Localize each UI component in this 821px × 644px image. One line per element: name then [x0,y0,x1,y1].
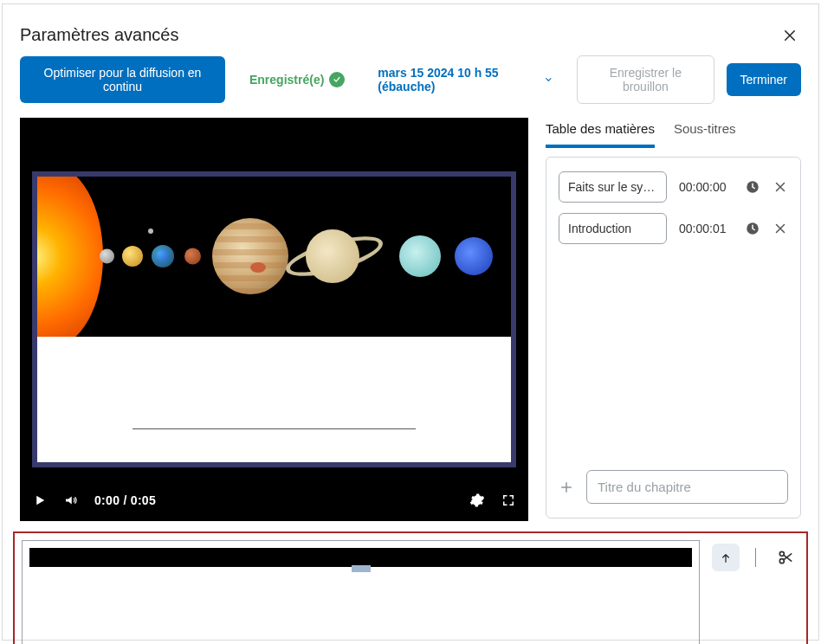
chevron-down-icon [544,74,553,85]
toolbar-divider [755,548,756,567]
toc-chapter-title[interactable]: Introduction [559,213,667,244]
toc-chapter-title[interactable]: Faits sur le syst... [559,171,667,203]
close-icon[interactable] [782,28,798,43]
clock-icon[interactable] [745,179,760,195]
toc-chapter-time: 00:00:00 [679,180,733,194]
time-display: 0:00 / 0:05 [94,493,156,507]
select-tool-button[interactable] [712,544,740,571]
chapter-title-input[interactable] [586,470,788,504]
delete-chapter-icon[interactable] [773,221,788,236]
toc-row: Faits sur le syst... 00:00:00 [559,171,788,203]
fullscreen-icon[interactable] [501,493,516,508]
video-frame [32,171,516,467]
save-status-text: Enregistré(e) [249,73,324,87]
optimize-stream-button[interactable]: Optimiser pour la diffusion en continu [20,56,225,103]
timeline-section [13,531,808,644]
play-icon[interactable] [32,493,48,508]
volume-icon[interactable] [63,493,79,508]
save-draft-button: Enregistrer le brouillon [577,55,714,104]
toc-chapter-time: 00:00:01 [679,222,733,235]
slide-title-area [37,337,511,462]
gear-icon[interactable] [469,493,485,508]
scissors-icon [777,549,794,566]
save-status: Enregistré(e) [249,72,345,87]
tab-toc[interactable]: Table des matières [546,118,655,148]
page-title: Paramètres avancés [20,25,178,45]
video-player[interactable]: 0:00 / 0:05 [20,118,528,521]
add-chapter-icon[interactable] [559,480,574,495]
delete-chapter-icon[interactable] [773,179,788,195]
check-circle-icon [329,72,345,87]
toc-row: Introduction 00:00:01 [559,213,788,244]
draft-timestamp-dropdown[interactable]: mars 15 2024 10 h 55 (ébauche) [378,66,553,93]
toc-panel: Faits sur le syst... 00:00:00 Introducti… [546,157,801,518]
player-controls: 0:00 / 0:05 [20,480,528,521]
cut-tool-button[interactable] [772,544,799,571]
draft-timestamp-label: mars 15 2024 10 h 55 (ébauche) [378,66,538,93]
finish-button[interactable]: Terminer [727,63,801,96]
clock-icon[interactable] [745,221,760,236]
slide-image [37,177,511,337]
tab-captions[interactable]: Sous-titres [674,118,736,148]
timeline-track[interactable] [22,540,700,644]
timeline-playhead[interactable] [352,565,371,572]
